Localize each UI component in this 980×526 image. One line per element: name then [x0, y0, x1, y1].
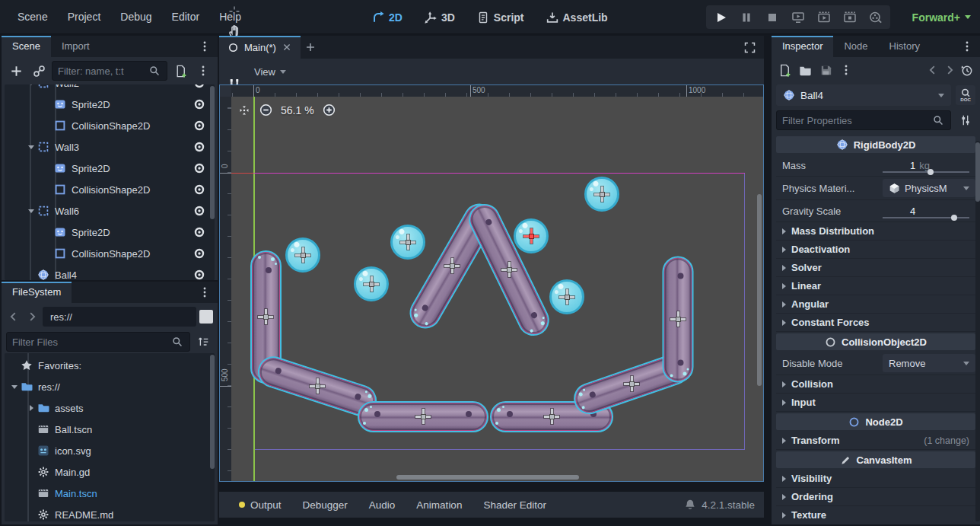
group-linear[interactable]: Linear	[776, 277, 975, 295]
zoom-in-button[interactable]	[322, 103, 336, 117]
property-filter-input[interactable]: Filter Properties	[776, 110, 951, 130]
scene-tree-scrollbar[interactable]	[210, 84, 215, 280]
node-position-gizmo[interactable]	[415, 409, 431, 424]
canvas-vscrollbar[interactable]	[757, 194, 762, 386]
bottom-panel-shader-editor[interactable]: Shader Editor	[473, 499, 557, 511]
scene-tab-main[interactable]: Main(*)	[219, 36, 301, 59]
save-resource-icon[interactable]	[819, 63, 833, 78]
distraction-free-button[interactable]	[740, 37, 759, 57]
inspector-scrollbar[interactable]	[975, 141, 980, 521]
tree-item-wall3[interactable]: Wall3	[5, 136, 215, 158]
editor-tab-3d[interactable]: 3D	[416, 0, 463, 34]
expand-icon[interactable]	[26, 405, 37, 411]
tree-item-wall2[interactable]: Wall2	[5, 84, 215, 94]
close-icon[interactable]	[281, 41, 293, 53]
tab-node[interactable]: Node	[833, 36, 878, 57]
filesystem-scrollbar[interactable]	[210, 353, 215, 521]
inspector-dock-menu[interactable]	[954, 36, 980, 57]
toggle-split-mode-button[interactable]	[199, 310, 213, 324]
group-input[interactable]: Input	[776, 394, 975, 412]
collapse-icon[interactable]	[26, 209, 37, 213]
visibility-eye-icon[interactable]	[193, 120, 205, 132]
tree-item-wall6[interactable]: Wall6	[5, 200, 215, 222]
stop-button[interactable]	[764, 9, 781, 26]
bottom-panel-animation[interactable]: Animation	[406, 499, 473, 511]
play-custom-scene-button[interactable]	[842, 9, 858, 26]
tab-filesystem[interactable]: FileSystem	[2, 282, 72, 303]
nav-forward-button[interactable]	[24, 307, 40, 327]
open-docs-button[interactable]: DOC	[956, 85, 975, 105]
tree-item-ball-tscn[interactable]: Ball.tscn	[5, 419, 215, 440]
node-position-gizmo[interactable]	[310, 378, 325, 394]
scene-filter-input[interactable]: Filter: name, t:t	[52, 61, 167, 81]
tab-inspector[interactable]: Inspector	[772, 36, 833, 57]
load-resource-icon[interactable]	[798, 63, 813, 78]
menu-debug[interactable]: Debug	[110, 0, 161, 34]
visibility-eye-icon[interactable]	[193, 141, 205, 153]
node-position-gizmo[interactable]	[624, 376, 639, 391]
file-sort-button[interactable]	[193, 332, 213, 352]
node-position-gizmo[interactable]	[400, 234, 415, 250]
visibility-eye-icon[interactable]	[193, 226, 205, 238]
slider-handle[interactable]	[951, 215, 957, 221]
scene-tree-menu-button[interactable]	[193, 61, 213, 81]
category-collisionobject2d[interactable]: CollisionObject2D	[776, 333, 975, 350]
node-position-gizmo[interactable]	[444, 258, 460, 273]
group-visibility[interactable]: Visibility	[776, 470, 975, 488]
property-value-field[interactable]: 1kg	[883, 155, 975, 176]
play-scene-button[interactable]	[816, 9, 832, 26]
selected-node-gizmo[interactable]	[523, 228, 539, 244]
bottom-panel-audio[interactable]: Audio	[358, 499, 406, 511]
tree-item-main-tscn[interactable]: Main.tscn	[5, 483, 215, 504]
tree-item-readme-md[interactable]: README.md	[5, 504, 215, 521]
editor-tab-assetlib[interactable]: AssetLib	[538, 0, 616, 34]
collapse-icon[interactable]	[26, 84, 37, 85]
node-position-gizmo[interactable]	[544, 409, 559, 424]
editor-tab-2d[interactable]: 2D	[364, 0, 410, 34]
tab-import[interactable]: Import	[51, 36, 100, 57]
slider-handle[interactable]	[928, 169, 934, 175]
path-field[interactable]: res://	[43, 307, 196, 327]
group-ordering[interactable]: Ordering	[776, 488, 975, 506]
object-history-icon[interactable]	[959, 63, 974, 78]
tree-item-sprite2d[interactable]: Sprite2D	[5, 158, 215, 179]
history-back-icon[interactable]	[926, 63, 940, 77]
visibility-eye-icon[interactable]	[193, 84, 205, 89]
node-position-gizmo[interactable]	[670, 311, 686, 327]
node-position-gizmo[interactable]	[501, 262, 517, 277]
nav-back-button[interactable]	[6, 307, 21, 327]
visibility-eye-icon[interactable]	[193, 98, 205, 110]
tree-item-assets[interactable]: assets	[5, 397, 215, 419]
category-node2d[interactable]: Node2D	[776, 413, 975, 430]
snap-position-tool-button[interactable]	[224, 2, 245, 21]
file-filter-input[interactable]: Filter Files	[6, 332, 190, 352]
more-options-icon[interactable]	[839, 63, 853, 77]
group-constant-forces[interactable]: Constant Forces	[776, 314, 975, 332]
group-collision[interactable]: Collision	[776, 375, 975, 394]
menu-scene[interactable]: Scene	[8, 0, 58, 34]
node-position-gizmo[interactable]	[559, 289, 574, 304]
center-view-icon[interactable]	[237, 104, 251, 117]
tree-item-sprite2d[interactable]: Sprite2D	[5, 94, 215, 115]
node-position-gizmo[interactable]	[364, 276, 379, 292]
collapse-icon[interactable]	[9, 385, 20, 389]
new-resource-icon[interactable]	[778, 63, 792, 78]
resource-picker[interactable]: PhysicsM	[883, 179, 975, 197]
movie-maker-button[interactable]	[867, 9, 884, 26]
node-position-gizmo[interactable]	[594, 186, 609, 202]
group-texture[interactable]: Texture	[776, 506, 975, 519]
play-button[interactable]	[712, 9, 729, 26]
scene-dock-menu[interactable]	[192, 36, 218, 57]
tree-item-icon-svg[interactable]: icon.svg	[5, 440, 215, 461]
tree-item-collisionshape2d[interactable]: CollisionShape2D	[5, 115, 215, 136]
tree-item-favorites-[interactable]: Favorites:	[5, 355, 215, 376]
new-scene-tab-button[interactable]	[301, 37, 320, 57]
bell-icon[interactable]	[683, 498, 697, 512]
node-position-gizmo[interactable]	[258, 309, 273, 324]
visibility-eye-icon[interactable]	[193, 247, 205, 260]
tab-scene[interactable]: Scene	[2, 36, 51, 57]
visibility-eye-icon[interactable]	[193, 269, 205, 280]
editor-tab-script[interactable]: Script	[469, 0, 532, 34]
tree-item-main-gd[interactable]: Main.gd	[5, 461, 215, 483]
group-transform[interactable]: Transform (1 change)	[776, 432, 975, 450]
